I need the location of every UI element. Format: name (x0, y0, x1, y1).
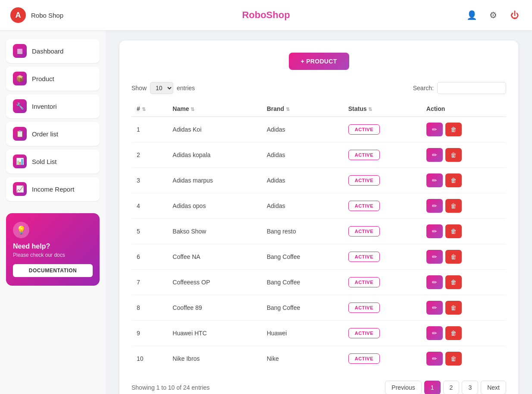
edit-button[interactable]: ✏ (426, 352, 443, 366)
search-input[interactable] (437, 82, 506, 94)
action-buttons: ✏ 🗑 (426, 224, 501, 238)
col-name: Name⇅ (167, 101, 261, 117)
delete-button[interactable]: 🗑 (445, 199, 462, 213)
documentation-button[interactable]: DOCUMENTATION (13, 264, 93, 277)
cell-num: 3 (131, 168, 167, 193)
edit-button[interactable]: ✏ (426, 173, 443, 187)
cell-num: 9 (131, 321, 167, 346)
sidebar-item-sold-list[interactable]: 📊 Sold List (6, 149, 100, 173)
cell-name: Coffeeess OP (167, 270, 261, 295)
next-button[interactable]: Next (481, 381, 506, 394)
cell-brand: Huawei (262, 321, 343, 346)
cell-num: 6 (131, 244, 167, 270)
page-button-1[interactable]: 1 (424, 381, 441, 394)
cell-brand: Adidas (262, 168, 343, 193)
cell-brand: Bang Coffee (262, 244, 343, 270)
show-entries-control: Show 10 25 50 entries (131, 82, 195, 94)
delete-button[interactable]: 🗑 (445, 148, 462, 162)
power-icon[interactable]: ⏻ (508, 8, 522, 22)
table-row: 2 Adidas kopala Adidas ACTIVE ✏ 🗑 (131, 142, 506, 168)
edit-button[interactable]: ✏ (426, 199, 443, 213)
cell-num: 2 (131, 142, 167, 168)
delete-button[interactable]: 🗑 (445, 301, 462, 315)
sidebar-item-label-product: Product (32, 75, 54, 82)
edit-button[interactable]: ✏ (426, 250, 443, 264)
page-button-3[interactable]: 3 (462, 381, 478, 394)
sidebar-item-dashboard[interactable]: ▦ Dashboard (6, 39, 100, 63)
action-buttons: ✏ 🗑 (426, 250, 501, 264)
cell-action: ✏ 🗑 (421, 168, 506, 193)
sidebar-item-income-report[interactable]: 📈 Income Report (6, 177, 100, 201)
inventori-icon: 🔧 (13, 99, 27, 113)
delete-button[interactable]: 🗑 (445, 224, 462, 238)
cell-status: ACTIVE (343, 244, 421, 270)
search-row: Search: (413, 82, 506, 94)
cell-brand: Bang resto (262, 219, 343, 244)
delete-button[interactable]: 🗑 (445, 250, 462, 264)
sidebar-item-inventori[interactable]: 🔧 Inventori (6, 94, 100, 118)
previous-button[interactable]: Previous (385, 381, 421, 394)
search-label: Search: (413, 85, 434, 91)
status-badge: ACTIVE (348, 252, 380, 262)
content-card: + PRODUCT Show 10 25 50 entries Search: (119, 41, 518, 394)
add-product-row: + PRODUCT (131, 53, 506, 70)
page-button-2[interactable]: 2 (443, 381, 460, 394)
table-row: 3 Adidas marpus Adidas ACTIVE ✏ 🗑 (131, 168, 506, 193)
help-card-subtitle: Please check our docs (13, 252, 93, 258)
sidebar-item-product[interactable]: 📦 Product (6, 66, 100, 91)
action-buttons: ✏ 🗑 (426, 173, 501, 187)
logo-area: A Robo Shop (10, 7, 63, 23)
delete-button[interactable]: 🗑 (445, 326, 462, 340)
status-badge: ACTIVE (348, 277, 380, 287)
cell-name: Coffee NA (167, 244, 261, 270)
delete-button[interactable]: 🗑 (445, 173, 462, 187)
edit-button[interactable]: ✏ (426, 326, 443, 340)
cell-num: 8 (131, 295, 167, 321)
edit-button[interactable]: ✏ (426, 123, 443, 136)
settings-icon[interactable]: ⚙ (486, 8, 500, 22)
edit-button[interactable]: ✏ (426, 148, 443, 162)
edit-button[interactable]: ✏ (426, 301, 443, 315)
action-buttons: ✏ 🗑 (426, 148, 501, 162)
cell-status: ACTIVE (343, 142, 421, 168)
cell-num: 7 (131, 270, 167, 295)
cell-status: ACTIVE (343, 321, 421, 346)
action-buttons: ✏ 🗑 (426, 326, 501, 340)
cell-status: ACTIVE (343, 168, 421, 193)
delete-button[interactable]: 🗑 (445, 275, 462, 289)
user-icon[interactable]: 👤 (465, 8, 479, 22)
col-action: Action (421, 101, 506, 117)
cell-status: ACTIVE (343, 295, 421, 321)
action-buttons: ✏ 🗑 (426, 123, 501, 136)
cell-brand: Bang Coffee (262, 270, 343, 295)
cell-num: 1 (131, 117, 167, 142)
cell-name: Bakso Show (167, 219, 261, 244)
help-card: 💡 Need help? Please check our docs DOCUM… (6, 213, 100, 286)
table-row: 8 Cooffee 89 Bang Coffee ACTIVE ✏ 🗑 (131, 295, 506, 321)
table-header-row: #⇅ Name⇅ Brand⇅ Status⇅ Action (131, 101, 506, 117)
header: A Robo Shop RoboShop 👤 ⚙ ⏻ (0, 0, 532, 30)
brand-title-area: RoboShop (242, 9, 290, 21)
table-row: 9 Huawei HTC Huawei ACTIVE ✏ 🗑 (131, 321, 506, 346)
action-buttons: ✏ 🗑 (426, 275, 501, 289)
delete-button[interactable]: 🗑 (445, 123, 462, 136)
pagination: Previous 1 2 3 Next (385, 381, 506, 394)
cell-action: ✏ 🗑 (421, 117, 506, 142)
cell-status: ACTIVE (343, 270, 421, 295)
action-buttons: ✏ 🗑 (426, 199, 501, 213)
add-product-button[interactable]: + PRODUCT (289, 53, 349, 70)
sidebar-item-order-list[interactable]: 📋 Order list (6, 122, 100, 146)
edit-button[interactable]: ✏ (426, 224, 443, 238)
table-row: 5 Bakso Show Bang resto ACTIVE ✏ 🗑 (131, 219, 506, 244)
table-row: 4 Adidas opos Adidas ACTIVE ✏ 🗑 (131, 193, 506, 219)
status-badge: ACTIVE (348, 175, 380, 186)
sidebar-item-label-dashboard: Dashboard (32, 47, 63, 55)
cell-name: Adidas Koi (167, 117, 261, 142)
sidebar-item-label-inventori: Inventori (32, 103, 57, 110)
action-buttons: ✏ 🗑 (426, 301, 501, 315)
status-badge: ACTIVE (348, 328, 380, 338)
cell-action: ✏ 🗑 (421, 193, 506, 219)
entries-select[interactable]: 10 25 50 (150, 82, 173, 94)
delete-button[interactable]: 🗑 (445, 352, 462, 366)
edit-button[interactable]: ✏ (426, 275, 443, 289)
